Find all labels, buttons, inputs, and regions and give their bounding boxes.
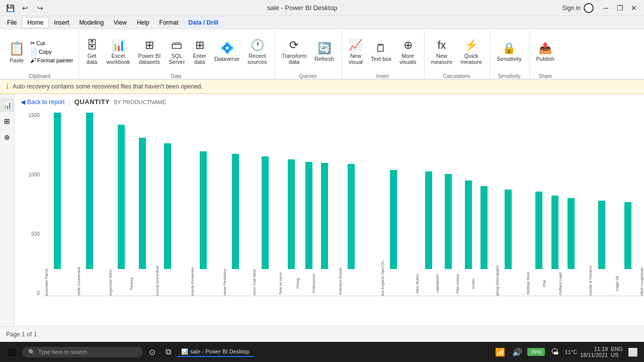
bar-label: Konbu — [471, 279, 497, 289]
power-bi-label: Power BIdatasets — [138, 53, 161, 65]
bar-item[interactable]: Gorgonzola Telino — [107, 125, 135, 296]
sql-server-button[interactable]: 🗃 SQLServer — [165, 34, 188, 69]
dataverse-button[interactable]: 💠 Dataverse — [211, 34, 243, 69]
ribbon-share-group: 📤 Publish Share — [531, 31, 562, 79]
share-group-label: Share — [533, 72, 558, 79]
bar-item[interactable]: Konbu — [479, 186, 489, 296]
user-avatar — [584, 3, 594, 13]
close-button[interactable]: ✕ — [628, 2, 640, 14]
calculations-group-label: Calculations — [428, 72, 486, 79]
menu-format[interactable]: Format — [154, 17, 184, 28]
taskbar-network-icon[interactable]: 📶 — [493, 345, 507, 359]
menu-modeling[interactable]: Modeling — [74, 17, 109, 28]
bar-item[interactable]: Rhönbräu Klosterbier — [187, 151, 220, 296]
quick-measure-button[interactable]: ⚡ Quickmeasure — [457, 34, 486, 69]
new-visual-label: Newvisual — [349, 53, 363, 65]
bar-item[interactable]: Jack's New England Clam Ch... — [369, 170, 418, 296]
bar-item[interactable]: Raclette Courdavault — [73, 113, 106, 296]
ribbon-data-group: 🗄 Getdata 📊 Excelworkbook ⊞ Power BIdata… — [80, 31, 275, 79]
quick-measure-label: Quickmeasure — [460, 53, 482, 65]
paste-button[interactable]: 📋 Paste — [5, 34, 28, 69]
menu-data-drill[interactable]: Data / Drill — [184, 17, 223, 28]
data-view-button[interactable]: ⊞ — [0, 114, 14, 128]
chart-title: QUANTITY — [74, 98, 110, 106]
format-painter-row[interactable]: 🖌 Format painter — [29, 56, 74, 64]
copy-row[interactable]: 📄 Copy — [29, 48, 74, 56]
menu-file[interactable]: File — [2, 17, 22, 28]
title-bar-right: Sign in ─ ❐ ✕ — [558, 1, 640, 15]
bar-item[interactable]: Mozzarella di Giovanni — [584, 201, 619, 296]
taskbar-notifications-icon[interactable]: 🌤 — [548, 345, 562, 359]
taskbar-volume-icon[interactable]: 🔊 — [510, 345, 524, 359]
bar-item[interactable]: Gnocchi di nonna Alice — [150, 143, 186, 296]
get-data-button[interactable]: 🗄 Getdata — [82, 34, 102, 69]
sensitivity-button[interactable]: 🔒 Sensitivity — [493, 34, 525, 69]
model-view-button[interactable]: ⊛ — [0, 130, 14, 144]
copy-icon: 📄 — [30, 48, 38, 55]
text-box-button[interactable]: 🗒 Text box — [367, 34, 395, 69]
taskbar-app-label: sale - Power BI Desktop — [190, 348, 250, 354]
bar-item[interactable]: Camembert Pierrot — [42, 113, 72, 296]
bar-item[interactable]: Flotemysost — [315, 163, 334, 296]
ribbon-queries-group: ⟳ Transformdata 🔄 Refresh Queries — [276, 31, 342, 79]
redo-button[interactable]: ↪ — [34, 2, 46, 14]
start-button[interactable]: ⊞ — [4, 344, 20, 360]
sensitivity-buttons: 🔒 Sensitivity — [493, 31, 525, 72]
taskbar-search[interactable]: 🔍 Type here to search — [22, 347, 143, 357]
sign-in-label: Sign in — [562, 5, 581, 12]
clipboard-group-label: Clipboard — [5, 72, 74, 79]
cut-row[interactable]: ✂ Cut — [29, 39, 74, 47]
transform-data-button[interactable]: ⟳ Transformdata — [278, 34, 310, 69]
menu-help[interactable]: Help — [132, 17, 154, 28]
excel-label: Excelworkbook — [107, 53, 130, 65]
restore-button[interactable]: ❐ — [614, 2, 626, 14]
bar-item[interactable]: Outback Lager — [559, 198, 583, 296]
minimize-button[interactable]: ─ — [600, 2, 612, 14]
taskbar-task-view-button[interactable]: ⧉ — [161, 345, 175, 359]
menu-insert[interactable]: Insert — [49, 17, 74, 28]
new-visual-icon: 📈 — [349, 39, 362, 52]
copy-label: Copy — [39, 49, 52, 55]
chart-area[interactable]: 1500 1000 500 0 Camembert Pierrot Raclet… — [15, 108, 644, 326]
refresh-label: Refresh — [314, 56, 334, 62]
undo-button[interactable]: ↩ — [19, 2, 31, 14]
bar-item[interactable]: Chai — [551, 196, 558, 296]
back-to-report-link[interactable]: ◀ Back to report — [21, 99, 65, 106]
menu-view[interactable]: View — [109, 17, 132, 28]
new-visual-button[interactable]: 📈 Newvisual — [345, 34, 366, 69]
bar-item[interactable]: Inlagd Sill — [620, 202, 635, 296]
recent-sources-button[interactable]: 🕐 Recentsources — [244, 34, 271, 69]
bar-item[interactable]: Tarte au sucre — [280, 159, 302, 296]
refresh-button[interactable]: 🔄 Refresh — [311, 34, 338, 69]
sign-in-button[interactable]: Sign in — [558, 1, 598, 15]
power-bi-datasets-button[interactable]: ⊞ Power BIdatasets — [135, 34, 165, 69]
enter-data-button[interactable]: ⊞ Enterdata — [190, 34, 210, 69]
excel-workbook-button[interactable]: 📊 Excelworkbook — [103, 34, 134, 69]
taskbar-cortana-button[interactable]: ⊙ — [145, 345, 159, 359]
bar — [262, 156, 269, 269]
language-indicator: ENGUS — [611, 346, 623, 358]
bar-item[interactable]: Lakkalikööri — [439, 174, 458, 296]
paste-icon: 📋 — [9, 41, 25, 56]
recent-sources-icon: 🕐 — [251, 39, 264, 52]
taskbar-show-desktop-button[interactable]: ⬜ — [626, 345, 640, 359]
bar-item[interactable]: Alice Mutton — [419, 171, 438, 296]
bar-item[interactable]: Guaran Fantástica — [221, 154, 250, 296]
new-measure-button[interactable]: fx Newmeasure — [428, 34, 456, 69]
save-button[interactable]: 💾 — [4, 2, 16, 14]
bar-label: Inlagd Sill — [615, 276, 640, 291]
more-visuals-button[interactable]: ⊕ Morevisuals — [396, 34, 420, 69]
bar — [551, 196, 558, 269]
data-buttons: 🗄 Getdata 📊 Excelworkbook ⊞ Power BIdata… — [82, 31, 271, 72]
bar — [568, 198, 575, 269]
publish-button[interactable]: 📤 Publish — [533, 34, 558, 69]
bar-item[interactable]: Pavlova — [136, 138, 149, 296]
report-view-button[interactable]: 📊 — [0, 98, 14, 112]
bar-item[interactable]: Manjimup Dried Apples — [490, 190, 526, 296]
bar-item[interactable]: Sir Rodney's Scones — [335, 164, 368, 296]
data-group-label: Data — [82, 72, 271, 79]
taskbar-powerbi-app[interactable]: 📊 sale - Power BI Desktop — [177, 347, 254, 357]
title-bar-left: 💾 ↩ ↪ — [4, 2, 46, 14]
bar-item[interactable]: Boston Crab Meat — [251, 156, 279, 296]
menu-home[interactable]: Home — [22, 17, 49, 28]
